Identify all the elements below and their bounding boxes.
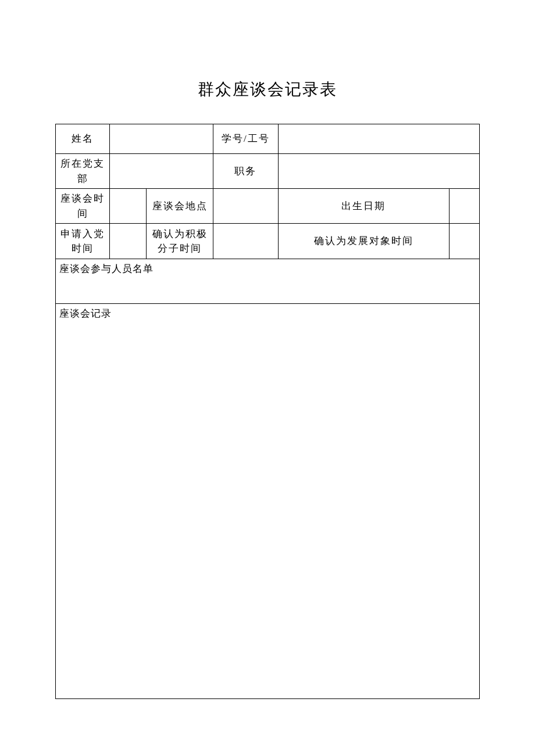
label-name: 姓名	[56, 124, 110, 154]
value-position[interactable]	[278, 154, 479, 189]
minutes-cell[interactable]: 座谈会记录	[56, 304, 480, 699]
participants-cell[interactable]: 座谈会参与人员名单	[56, 259, 480, 304]
label-dev-target-time: 确认为发展对象时间	[278, 224, 450, 259]
value-apply-time[interactable]	[110, 224, 147, 259]
value-student-id[interactable]	[278, 124, 479, 154]
record-table: 姓名 学号/工号 所在党支部 职务 座谈会时间 座谈会地点 出生日期 申请入党时…	[55, 124, 480, 699]
label-birth-date: 出生日期	[278, 189, 450, 224]
value-name[interactable]	[110, 124, 213, 154]
label-meeting-place: 座谈会地点	[146, 189, 213, 224]
label-position: 职务	[213, 154, 279, 189]
value-birth-date[interactable]	[450, 189, 480, 224]
value-meeting-place[interactable]	[213, 189, 279, 224]
label-activist-time: 确认为积极分子时间	[146, 224, 213, 259]
row-participants: 座谈会参与人员名单	[56, 259, 480, 304]
label-apply-time: 申请入党时间	[56, 224, 110, 259]
value-activist-time[interactable]	[213, 224, 279, 259]
label-minutes: 座谈会记录	[59, 308, 112, 319]
label-branch: 所在党支部	[56, 154, 110, 189]
label-meeting-time: 座谈会时间	[56, 189, 110, 224]
label-participants: 座谈会参与人员名单	[59, 263, 154, 274]
value-dev-target-time[interactable]	[450, 224, 480, 259]
value-branch[interactable]	[110, 154, 213, 189]
form-title: 群众座谈会记录表	[55, 78, 480, 101]
row-name: 姓名 学号/工号	[56, 124, 480, 154]
row-branch: 所在党支部 职务	[56, 154, 480, 189]
row-minutes: 座谈会记录	[56, 304, 480, 699]
row-meeting-info: 座谈会时间 座谈会地点 出生日期	[56, 189, 480, 224]
value-meeting-time[interactable]	[110, 189, 147, 224]
row-apply-info: 申请入党时间 确认为积极分子时间 确认为发展对象时间	[56, 224, 480, 259]
label-student-id: 学号/工号	[213, 124, 279, 154]
